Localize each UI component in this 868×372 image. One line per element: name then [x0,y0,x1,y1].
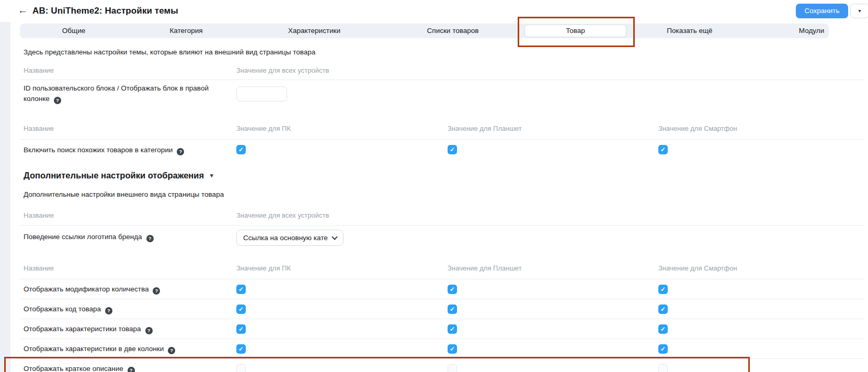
help-icon[interactable]: ? [54,97,61,104]
chevron-down-icon [332,234,337,240]
help-icon[interactable]: ? [153,287,160,295]
checkbox-tablet[interactable]: ✓ [448,305,457,314]
setting-row-product-features: Отображать характеристики товара? ✓ ✓ ✓ [20,319,864,339]
checkbox-tablet[interactable]: ✓ [448,285,457,294]
checkbox-pc[interactable]: ✓ [236,324,246,334]
setting-label: ID пользовательского блока / Отображать … [24,83,233,104]
section-heading-additional-display[interactable]: Дополнительные настройки отображения▾ [24,171,213,181]
column-all-devices: Значение для всех устройств [236,64,329,77]
check-icon: ✓ [658,344,668,354]
brand-logo-link-select[interactable]: Ссылка на основную кате [236,230,344,246]
column-name: Название [24,209,54,222]
save-dropdown-button[interactable]: ▾ [850,4,868,18]
setting-label: Включить поиск похожих товаров в категор… [24,140,184,160]
check-icon: ✓ [448,145,457,154]
help-icon[interactable]: ? [145,327,153,334]
setting-label: Отображать краткое описание? [24,359,135,372]
section-subtitle: Дополнительные настройки внешнего вида с… [24,189,224,200]
column-tablet: Значение для Планшет [448,262,522,275]
check-icon: ✓ [658,145,668,154]
check-icon: ✓ [448,344,457,354]
table1-header: Название Значение для всех устройств [20,64,864,77]
setting-row-short-description: Отображать краткое описание? ✓ ✓ ✓ [20,358,864,372]
help-icon[interactable]: ? [168,347,175,354]
tab-product-lists[interactable]: Списки товаров [427,24,479,38]
custom-block-id-input[interactable] [236,86,287,102]
setting-label: Отображать код товара? [24,299,112,319]
checkbox-pc[interactable]: ✓ [236,145,246,154]
setting-row-custom-block-id: ID пользовательского блока / Отображать … [20,80,864,109]
column-pc: Значение для ПК [236,262,291,275]
setting-label: Поведение ссылки логотипа бренда? [24,226,154,249]
table3-header: Название Значение для всех устройств [20,209,864,222]
checkbox-pc[interactable]: ✓ [236,364,246,372]
intro-text: Здесь представлены настройки темы, котор… [24,47,315,58]
table2-header: Название Значение для ПК Значение для Пл… [20,122,864,136]
theme-settings-page: { "icons": { "back": "←", "caret_down": … [0,0,868,372]
checkbox-pc[interactable]: ✓ [236,285,246,294]
column-name: Название [24,122,54,136]
help-icon[interactable]: ? [128,367,135,372]
page-left-margin [0,22,10,372]
column-phone: Значение для Смартфон [658,262,737,275]
checkbox-phone[interactable]: ✓ [658,324,668,334]
setting-label: Отображать характеристики в две колонки? [24,339,175,358]
checkbox-phone[interactable]: ✓ [658,305,668,314]
check-icon: ✓ [448,285,457,294]
page-title: AB: UniTheme2: Настройки темы [32,6,178,16]
checkbox-phone[interactable]: ✓ [658,285,668,294]
column-tablet: Значение для Планшет [448,122,522,136]
check-icon: ✓ [658,285,668,294]
table4-header: Название Значение для ПК Значение для Пл… [20,262,864,275]
help-icon[interactable]: ? [177,148,184,155]
column-phone: Значение для Смартфон [658,122,737,136]
check-icon: ✓ [448,305,457,314]
check-icon: ✓ [236,344,246,354]
column-pc: Значение для ПК [236,122,291,136]
check-icon: ✓ [236,324,246,334]
checkbox-phone[interactable]: ✓ [658,145,668,154]
help-icon[interactable]: ? [105,307,112,314]
tab-show-more[interactable]: Показать ещё [667,24,712,38]
checkbox-tablet[interactable]: ✓ [448,324,457,334]
check-icon: ✓ [448,324,457,334]
tab-characteristics[interactable]: Характеристики [288,24,340,38]
setting-label: Отображать модификатор количества? [24,279,160,299]
check-icon: ✓ [658,324,668,334]
column-all-devices: Значение для всех устройств [236,209,329,222]
caret-down-icon: ▾ [858,8,861,14]
help-icon[interactable]: ? [146,235,154,242]
checkbox-tablet[interactable]: ✓ [448,364,457,372]
top-bar: ← AB: UniTheme2: Настройки темы Сохранит… [0,0,868,22]
checkbox-phone[interactable]: ✓ [658,344,668,354]
tab-product-active[interactable]: Товар [524,25,626,37]
chevron-down-icon: ▾ [210,172,213,179]
check-icon: ✓ [236,305,246,314]
setting-row-product-code: Отображать код товара? ✓ ✓ ✓ [20,299,864,319]
tab-general[interactable]: Общие [62,24,85,38]
column-name: Название [24,262,54,275]
checkbox-pc[interactable]: ✓ [236,344,246,354]
check-icon: ✓ [236,145,246,154]
back-arrow-icon[interactable]: ← [18,5,28,16]
checkbox-tablet[interactable]: ✓ [448,145,457,154]
setting-row-quantity-modifier: Отображать модификатор количества? ✓ ✓ ✓ [20,279,864,299]
select-value: Ссылка на основную кате [243,234,328,242]
check-icon: ✓ [236,285,246,294]
setting-row-brand-logo-link: Поведение ссылки логотипа бренда? Ссылка… [20,225,864,248]
checkbox-phone[interactable]: ✓ [658,364,668,372]
setting-label: Отображать характеристики товара? [24,319,153,339]
tab-modules[interactable]: Модули [799,24,824,38]
settings-tabbar: Общие Категория Характеристики Списки то… [20,24,829,38]
checkbox-tablet[interactable]: ✓ [448,344,457,354]
column-name: Название [24,64,54,77]
setting-row-features-two-columns: Отображать характеристики в две колонки?… [20,339,864,358]
check-icon: ✓ [658,305,668,314]
save-button[interactable]: Сохранить [796,4,848,18]
tab-category[interactable]: Категория [169,24,202,38]
checkbox-pc[interactable]: ✓ [236,305,246,314]
setting-row-similar-search: Включить поиск похожих товаров в категор… [20,139,864,160]
